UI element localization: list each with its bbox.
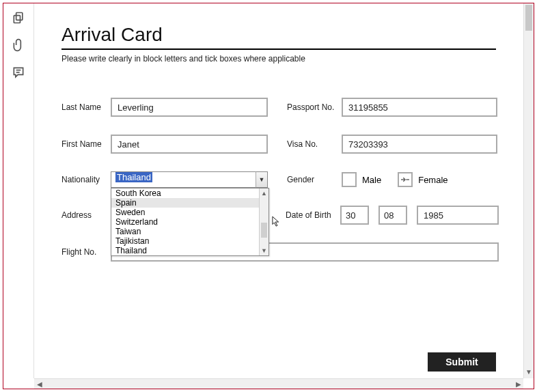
submit-button[interactable]: Submit [428, 352, 496, 372]
gender-male-checkbox[interactable] [342, 172, 357, 187]
gender-female-label: Female [418, 175, 448, 185]
last-name-input[interactable] [111, 98, 268, 117]
nationality-dropdown[interactable]: South KoreaSpainSwedenSwitzerlandTaiwanT… [111, 188, 269, 256]
dob-year-input[interactable] [417, 206, 499, 225]
horizontal-scrollbar[interactable]: ◀ ▶ [34, 378, 523, 389]
gender-female-checkbox[interactable] [398, 172, 413, 187]
nationality-option[interactable]: Thailand [111, 246, 259, 255]
form-content: Arrival Card Please write clearly in blo… [34, 3, 523, 378]
first-name-label: First Name [61, 139, 111, 149]
first-name-input[interactable] [111, 135, 268, 154]
address-label: Address [61, 210, 111, 220]
page-title: Arrival Card [61, 24, 496, 46]
nationality-option[interactable]: Spain [111, 198, 259, 208]
submit-area: Submit [34, 352, 523, 372]
nationality-value[interactable]: Thailand [111, 171, 268, 188]
gender-label: Gender [287, 175, 342, 184]
visa-no-input[interactable] [342, 135, 497, 154]
scroll-down-icon[interactable]: ▼ [260, 246, 268, 255]
svg-rect-0 [16, 13, 23, 20]
nationality-label: Nationality [61, 175, 111, 184]
left-toolbar [3, 3, 34, 378]
title-divider [61, 48, 496, 50]
flight-no-label: Flight No. [61, 247, 111, 257]
chevron-down-icon[interactable]: ▼ [256, 171, 268, 188]
dob-label: Date of Birth [286, 210, 340, 220]
copy-icon[interactable] [11, 10, 26, 25]
scroll-thumb[interactable] [261, 223, 267, 238]
nationality-combobox[interactable]: Thailand ▼ [111, 171, 268, 188]
last-name-label: Last Name [61, 102, 111, 112]
gender-male-label: Male [362, 175, 381, 185]
nationality-option-list: South KoreaSpainSwedenSwitzerlandTaiwanT… [111, 188, 259, 255]
form-area: Last Name Passport No. First Name Visa N… [61, 98, 499, 262]
nationality-option[interactable]: South Korea [111, 188, 259, 198]
dob-month-input[interactable] [378, 206, 407, 225]
app-frame: Arrival Card Please write clearly in blo… [3, 3, 534, 389]
passport-no-input[interactable] [342, 98, 497, 117]
dob-day-input[interactable] [340, 206, 369, 225]
scroll-up-icon[interactable]: ▲ [260, 188, 268, 198]
scroll-left-icon[interactable]: ◀ [34, 379, 44, 389]
svg-rect-1 [14, 16, 20, 23]
comment-icon[interactable] [11, 65, 26, 80]
passport-no-label: Passport No. [287, 102, 342, 112]
paperclip-icon[interactable] [11, 38, 26, 53]
scroll-down-icon[interactable]: ▼ [524, 368, 534, 378]
page-subtitle: Please write clearly in block letters an… [61, 54, 496, 64]
scroll-thumb[interactable] [525, 5, 532, 31]
scroll-right-icon[interactable]: ▶ [513, 379, 523, 389]
nationality-option[interactable]: Taiwan [111, 227, 259, 236]
nationality-option[interactable]: Switzerland [111, 217, 259, 227]
dropdown-scrollbar[interactable]: ▲ ▼ [259, 188, 268, 255]
nationality-option[interactable]: Tajikistan [111, 236, 259, 246]
visa-no-label: Visa No. [287, 139, 342, 149]
nationality-option[interactable]: Sweden [111, 208, 259, 217]
vertical-scrollbar[interactable]: ▲ ▼ [523, 3, 534, 378]
